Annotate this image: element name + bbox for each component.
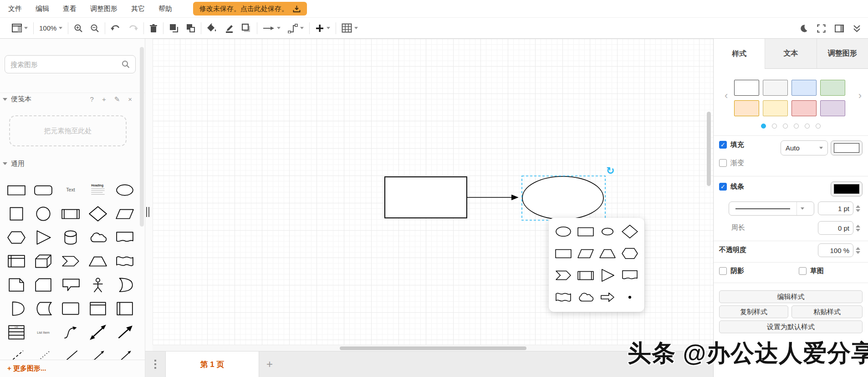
style-swatch-1[interactable] (763, 80, 788, 96)
shape-arrow[interactable] (111, 320, 138, 344)
tab-text[interactable]: 文本 (765, 39, 816, 69)
scratchpad-section[interactable]: 便笺本 ? + ✎ × (0, 93, 145, 103)
shape-note[interactable] (3, 273, 30, 297)
shadow-checkbox[interactable]: ✓ (719, 267, 727, 275)
table-button[interactable] (342, 23, 358, 33)
scratchpad-help-icon[interactable]: ? (90, 95, 94, 103)
style-swatch-7[interactable] (820, 100, 845, 116)
pages-menu-button[interactable] (145, 351, 165, 377)
shape-curve[interactable] (57, 320, 84, 344)
scratchpad-add-icon[interactable]: + (102, 95, 106, 103)
menu-help[interactable]: 帮助 (158, 5, 172, 13)
pager-dot-0[interactable] (761, 124, 766, 129)
sketch-checkbox[interactable]: ✓ (799, 267, 807, 275)
rotate-handle[interactable]: ↻ (606, 165, 614, 176)
pager-dot-1[interactable] (772, 124, 777, 129)
connection-style-button[interactable] (263, 26, 281, 31)
shape-bidirectional-connector[interactable] (84, 344, 112, 360)
scratchpad-edit-icon[interactable]: ✎ (114, 95, 120, 103)
copy-style-button[interactable]: 复制样式 (719, 305, 788, 318)
zoom-level-dropdown[interactable]: 100% (39, 24, 62, 32)
sidebar-collapse-handle[interactable] (146, 207, 151, 217)
shape-block-arrow[interactable] (597, 286, 619, 308)
delete-button[interactable] (149, 24, 158, 33)
shape-document[interactable] (619, 264, 641, 286)
view-layout-button[interactable] (12, 24, 28, 32)
shape-callout[interactable] (57, 273, 84, 297)
shape-list-item[interactable]: List Item (30, 320, 57, 344)
shape-cloud[interactable] (575, 286, 597, 308)
insert-button[interactable] (315, 24, 330, 33)
shape-bidirectional-arrow[interactable] (84, 320, 112, 344)
scratchpad-close-icon[interactable]: × (128, 95, 132, 103)
opacity-input[interactable]: 100 % (818, 243, 853, 257)
shape-text[interactable]: Text (57, 178, 84, 202)
shape-hexagon[interactable] (3, 226, 30, 249)
shape-cube[interactable] (30, 249, 57, 273)
line-color-swatch-button[interactable] (831, 181, 863, 196)
shape-diamond[interactable] (619, 221, 641, 243)
shape-point[interactable] (619, 286, 641, 308)
pager-dot-4[interactable] (805, 124, 810, 129)
menu-view[interactable]: 查看 (63, 5, 77, 13)
shape-container[interactable] (57, 297, 84, 320)
shape-parallelogram[interactable] (575, 243, 597, 264)
swatch-next-icon[interactable]: › (858, 90, 862, 102)
shape-rectangle[interactable] (552, 243, 575, 264)
paste-style-button[interactable]: 粘贴样式 (791, 305, 863, 318)
shape-rectangle[interactable] (3, 178, 30, 202)
redo-button[interactable] (128, 24, 138, 32)
shape-actor[interactable] (84, 273, 112, 297)
shape-process[interactable] (575, 264, 597, 286)
menu-arrange[interactable]: 调整图形 (90, 5, 117, 13)
pager-dot-2[interactable] (783, 124, 788, 129)
style-swatch-2[interactable] (791, 80, 817, 96)
shape-ellipse[interactable] (111, 178, 138, 202)
style-swatch-4[interactable] (734, 100, 759, 116)
diagram-ellipse-shape[interactable] (522, 176, 603, 219)
shape-line[interactable] (57, 344, 84, 360)
swatch-prev-icon[interactable]: ‹ (725, 90, 728, 102)
style-swatch-3[interactable] (820, 80, 845, 96)
page-tab-1[interactable]: 第 1 页 (165, 351, 259, 377)
spin-up-icon[interactable] (856, 205, 860, 208)
shape-rectangle[interactable] (575, 221, 597, 243)
fill-checkbox[interactable]: ✓ (719, 141, 727, 149)
shape-trapezoid[interactable] (84, 249, 112, 273)
menu-extras[interactable]: 其它 (131, 5, 145, 13)
shape-directional-connector[interactable] (111, 344, 138, 360)
collapse-toolbar-button[interactable] (853, 25, 861, 33)
shape-ellipse-small[interactable] (597, 221, 619, 243)
set-default-style-button[interactable]: 设置为默认样式 (719, 320, 863, 333)
fill-color-swatch-button[interactable] (831, 140, 863, 155)
line-style-dropdown[interactable] (729, 201, 814, 216)
shape-textbox[interactable]: Heading (84, 178, 112, 202)
shape-ellipse[interactable] (552, 221, 575, 243)
spin-down-icon[interactable] (856, 209, 860, 212)
spin-up-icon[interactable] (856, 247, 860, 250)
fullscreen-button[interactable] (817, 24, 826, 33)
opacity-spinner[interactable] (854, 243, 862, 257)
zoom-in-button[interactable] (74, 24, 83, 33)
edit-style-button[interactable]: 编辑样式 (719, 290, 863, 303)
shape-parallelogram[interactable] (111, 202, 138, 226)
style-swatch-0[interactable] (734, 80, 759, 96)
waypoint-style-button[interactable] (288, 23, 304, 33)
shape-step[interactable] (552, 264, 575, 286)
line-color-button[interactable] (224, 23, 234, 33)
search-input[interactable] (10, 61, 122, 68)
shape-process[interactable] (57, 202, 84, 226)
horizontal-scrollbar-thumb[interactable] (340, 346, 526, 350)
scratchpad-drop-zone[interactable]: 把元素拖至此处 (9, 115, 127, 146)
shape-triangle[interactable] (597, 264, 619, 286)
undo-button[interactable] (111, 24, 121, 32)
gradient-checkbox[interactable]: ✓ (719, 159, 727, 167)
diagram-rectangle-shape[interactable] (385, 177, 467, 218)
shape-card[interactable] (30, 273, 57, 297)
shape-search[interactable] (5, 55, 136, 73)
line-width-input[interactable]: 1 pt (818, 201, 853, 215)
shape-dashed-line[interactable] (3, 344, 30, 360)
unsaved-changes-banner[interactable]: 修改未保存。点击此处保存。 (193, 2, 307, 15)
fill-color-button[interactable] (207, 23, 217, 33)
shape-document[interactable] (111, 226, 138, 249)
